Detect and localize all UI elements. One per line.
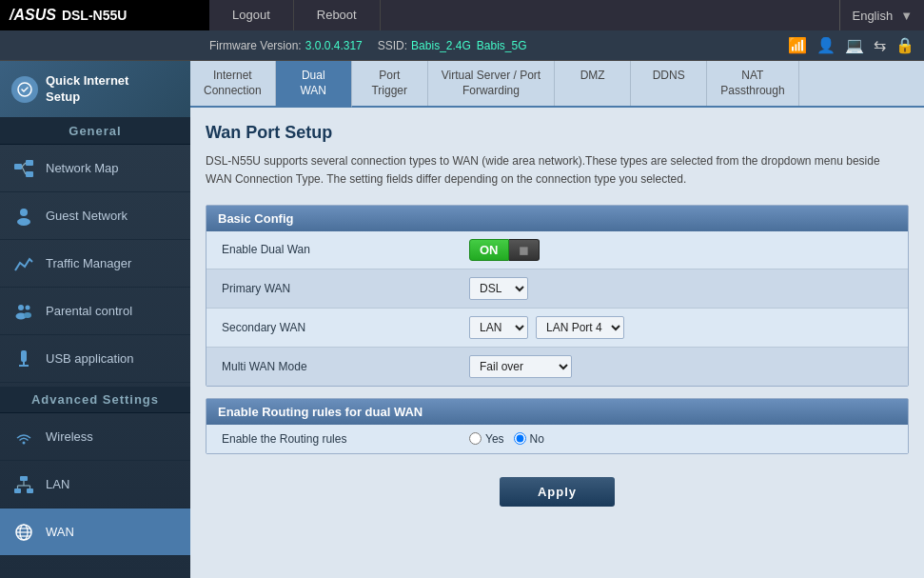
primary-wan-select[interactable]: DSL WAN [469, 277, 528, 300]
routing-rules-section: Enable Routing rules for dual WAN Enable… [206, 398, 909, 454]
enable-dual-wan-row: Enable Dual Wan ON ◼ [206, 231, 908, 269]
secondary-wan-type-select[interactable]: LAN WAN [469, 316, 528, 339]
enable-dual-wan-label: Enable Dual Wan [222, 243, 469, 256]
logout-button[interactable]: Logout [209, 0, 294, 30]
wan-icon [11, 520, 36, 545]
routing-rules-no-radio[interactable] [514, 432, 526, 445]
svg-line-5 [22, 167, 26, 174]
sidebar-item-network-map[interactable]: Network Map [0, 145, 190, 192]
svg-point-11 [24, 312, 31, 318]
secondary-wan-port-select[interactable]: LAN Port 1 LAN Port 2 LAN Port 3 LAN Por… [536, 316, 624, 339]
wan-label: WAN [46, 525, 74, 539]
primary-wan-label: Primary WAN [222, 282, 469, 295]
toggle-off-label[interactable]: ◼ [509, 239, 540, 261]
asus-logo: /ASUS [10, 7, 56, 24]
multi-wan-mode-label: Multi WAN Mode [222, 360, 469, 373]
tabs-row: Internet Connection Dual WAN Port Trigge… [190, 61, 924, 108]
basic-config-body: Enable Dual Wan ON ◼ Primary WAN DSL WAN [206, 231, 908, 386]
sidebar-item-guest-network[interactable]: Guest Network [0, 192, 190, 240]
firmware-bar: Firmware Version: 3.0.0.4.317 SSID: Babi… [0, 30, 924, 61]
enable-dual-wan-toggle[interactable]: ON ◼ [469, 239, 540, 261]
secondary-wan-selects: LAN WAN LAN Port 1 LAN Port 2 LAN Port 3… [469, 316, 624, 339]
basic-config-section: Basic Config Enable Dual Wan ON ◼ Primar… [206, 205, 909, 387]
language-selector[interactable]: English ▼ [839, 0, 924, 30]
primary-wan-row: Primary WAN DSL WAN [206, 269, 908, 309]
routing-rules-yes-radio[interactable] [469, 432, 482, 445]
enable-routing-rules-label: Enable the Routing rules [222, 432, 469, 446]
svg-rect-17 [14, 488, 21, 493]
firmware-version[interactable]: 3.0.0.4.317 [305, 39, 363, 52]
share-status-icon: ⇆ [874, 36, 886, 54]
traffic-manager-icon [11, 251, 36, 276]
tab-internet-connection[interactable]: Internet Connection [190, 61, 276, 106]
content-area: Internet Connection Dual WAN Port Trigge… [190, 61, 924, 578]
sidebar-item-wan[interactable]: WAN [0, 508, 190, 556]
svg-rect-1 [14, 164, 22, 169]
parental-control-icon [11, 299, 36, 324]
tab-nat-passthrough[interactable]: NAT Passthrough [707, 61, 798, 106]
lock-status-icon: 🔒 [895, 36, 914, 54]
svg-point-8 [18, 305, 24, 310]
guest-network-label: Guest Network [46, 209, 128, 223]
sidebar-item-quick-setup[interactable]: Quick InternetSetup [0, 61, 190, 118]
ssid-2g[interactable]: Babis_2.4G [411, 39, 471, 52]
sidebar-item-parental-control[interactable]: Parental control [0, 288, 190, 335]
quick-setup-icon [11, 76, 38, 103]
svg-line-4 [22, 163, 26, 167]
svg-point-7 [17, 218, 30, 226]
svg-rect-3 [26, 171, 33, 177]
ssid-5g[interactable]: Babis_5G [477, 39, 527, 52]
svg-rect-18 [27, 488, 33, 493]
ssid-label: SSID: [378, 39, 407, 52]
header-nav: Logout Reboot English ▼ [209, 0, 924, 30]
sidebar-item-usb-application[interactable]: USB application [0, 335, 190, 383]
routing-rules-yes-label: Yes [485, 432, 504, 446]
page-description: DSL-N55U supports several connection typ… [206, 152, 909, 189]
svg-point-9 [26, 305, 30, 309]
sidebar-item-wireless[interactable]: Wireless [0, 413, 190, 461]
parental-control-label: Parental control [46, 304, 132, 318]
page-title: Wan Port Setup [206, 123, 909, 143]
routing-rules-no-label: No [530, 432, 544, 446]
wifi-status-icon: 📶 [788, 36, 807, 54]
svg-rect-16 [20, 476, 28, 481]
lan-label: LAN [46, 477, 69, 491]
logo-area: /ASUS DSL-N55U [0, 0, 209, 30]
wireless-label: Wireless [46, 429, 93, 444]
multi-wan-mode-row: Multi WAN Mode Fail over Load Balance [206, 348, 908, 386]
advanced-settings-title: Advanced Settings [0, 387, 190, 413]
wireless-icon [11, 425, 36, 449]
network-map-label: Network Map [46, 161, 119, 175]
language-label: English [852, 9, 893, 23]
svg-point-15 [23, 441, 26, 444]
secondary-wan-row: Secondary WAN LAN WAN LAN Port 1 LAN Por… [206, 309, 908, 348]
tab-virtual-server[interactable]: Virtual Server / Port Forwarding [428, 61, 555, 106]
reboot-button[interactable]: Reboot [294, 0, 381, 30]
tab-dual-wan[interactable]: Dual WAN [276, 61, 352, 108]
user-status-icon: 👤 [816, 36, 836, 54]
apply-row: Apply [206, 466, 909, 518]
network-status-icon: 💻 [845, 36, 864, 54]
sidebar: Quick InternetSetup General Network Map [0, 61, 190, 578]
tab-dmz[interactable]: DMZ [555, 61, 631, 106]
routing-rules-yes-option[interactable]: Yes [469, 432, 504, 446]
sidebar-item-lan[interactable]: LAN [0, 461, 190, 508]
svg-rect-2 [26, 160, 33, 166]
svg-rect-12 [21, 350, 27, 362]
sidebar-item-traffic-manager[interactable]: Traffic Manager [0, 240, 190, 288]
lan-icon [11, 472, 36, 497]
tab-port-trigger[interactable]: Port Trigger [352, 61, 428, 106]
routing-rules-no-option[interactable]: No [514, 432, 544, 446]
usb-application-icon [11, 347, 36, 371]
routing-rules-body: Enable the Routing rules Yes No [206, 425, 908, 453]
traffic-manager-label: Traffic Manager [46, 256, 131, 270]
general-section-title: General [0, 118, 190, 145]
usb-application-label: USB application [46, 351, 134, 366]
apply-button[interactable]: Apply [500, 477, 615, 507]
status-icons: 📶 👤 💻 ⇆ 🔒 [788, 36, 914, 54]
quick-setup-label: Quick InternetSetup [46, 73, 128, 106]
multi-wan-mode-select[interactable]: Fail over Load Balance [469, 355, 572, 378]
basic-config-header: Basic Config [206, 206, 908, 231]
tab-ddns[interactable]: DDNS [631, 61, 707, 106]
toggle-on-label[interactable]: ON [469, 239, 509, 261]
